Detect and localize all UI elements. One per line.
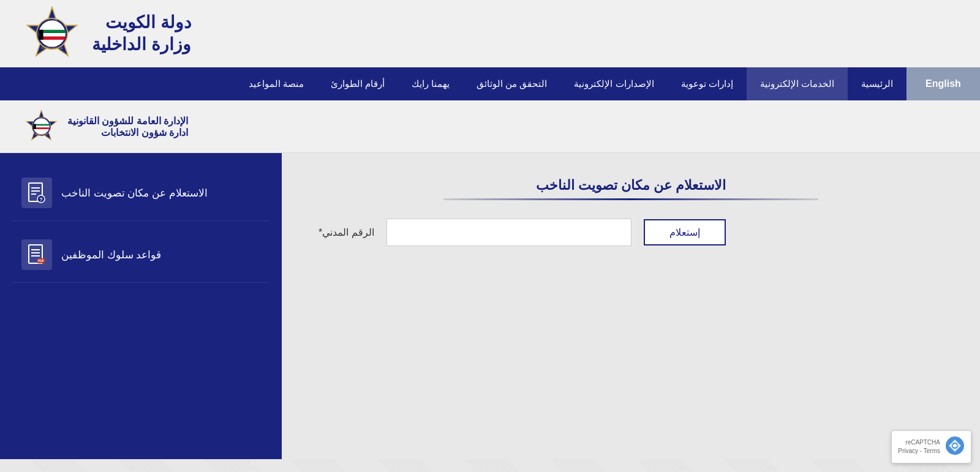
civil-id-input[interactable]: [386, 219, 631, 246]
section-badge: KUWAIT POLICE: [24, 110, 58, 143]
section-title-line1: الإدارة العامة للشؤون القانونية: [67, 115, 188, 127]
recaptcha-sub-text: Privacy - Terms: [898, 447, 940, 455]
section-title-line2: ادارة شؤون الانتخابات: [67, 127, 188, 138]
sidebar-item-voter-inquiry-label: الاستعلام عن مكان تصويت الناخب: [61, 187, 208, 200]
sidebar-panel: الاستعلام عن مكان تصويت الناخب ? قواعد س…: [0, 153, 282, 459]
civil-id-label: الرقم المدني*: [318, 227, 374, 238]
submit-button[interactable]: إستعلام: [644, 219, 726, 245]
header-content: دولة الكويت وزارة الداخلية KUWAIT POLICE: [24, 6, 191, 61]
sidebar-item-voter-inquiry[interactable]: الاستعلام عن مكان تصويت الناخب ?: [12, 165, 270, 221]
svg-text:?: ?: [39, 197, 43, 203]
police-badge-logo: KUWAIT POLICE الكويت: [24, 6, 80, 61]
header-title-line2: وزارة الداخلية: [92, 34, 191, 56]
nav-item-checkdocs[interactable]: التحقق من الوثائق: [463, 67, 560, 100]
section-header-content: الإدارة العامة للشؤون القانونية ادارة شؤ…: [24, 110, 188, 143]
nav-item-eservices[interactable]: الخدمات الإلكترونية: [747, 67, 848, 100]
recaptcha-text-block: reCAPTCHA Privacy - Terms: [898, 438, 940, 455]
svg-text:KUWAIT POLICE: KUWAIT POLICE: [35, 133, 48, 136]
nav-item-awareness[interactable]: إدارات توعوية: [668, 67, 747, 100]
header-title: دولة الكويت وزارة الداخلية: [92, 12, 191, 56]
sidebar-item-employee-conduct[interactable]: قواعد سلوك الموظفين PDF: [12, 227, 270, 283]
site-header: دولة الكويت وزارة الداخلية KUWAIT POLICE: [0, 0, 980, 67]
nav-item-eissues[interactable]: الإصدارات الإلكترونية: [560, 67, 667, 100]
nav-item-home[interactable]: الرئيسية: [848, 67, 907, 100]
sidebar-item-employee-conduct-label: قواعد سلوك الموظفين: [61, 249, 161, 261]
form-title: الاستعلام عن مكان تصويت الناخب: [318, 178, 943, 193]
svg-marker-15: [33, 124, 36, 129]
form-divider: [443, 198, 818, 200]
form-panel: الاستعلام عن مكان تصويت الناخب إستعلام ا…: [282, 153, 980, 459]
civil-id-row: إستعلام الرقم المدني*: [318, 219, 943, 246]
svg-text:KUWAIT POLICE: KUWAIT POLICE: [41, 47, 62, 50]
svg-marker-6: [39, 30, 43, 40]
svg-text:PDF: PDF: [38, 259, 44, 263]
question-document-icon: ?: [21, 178, 52, 208]
nav-items-container: الرئيسية الخدمات الإلكترونية إدارات توعو…: [0, 67, 907, 100]
recaptcha-badge: reCAPTCHA Privacy - Terms: [891, 430, 971, 463]
pdf-document-icon: PDF: [21, 239, 52, 270]
recaptcha-logo: [945, 436, 965, 458]
header-title-line1: دولة الكويت: [92, 12, 191, 34]
nav-item-concerns[interactable]: يهمنا رايك: [398, 67, 463, 100]
main-navbar: English الرئيسية الخدمات الإلكترونية إدا…: [0, 67, 980, 100]
section-header: الإدارة العامة للشؤون القانونية ادارة شؤ…: [0, 100, 980, 153]
english-language-button[interactable]: English: [907, 67, 980, 100]
recaptcha-main-text: reCAPTCHA: [898, 438, 940, 447]
section-title: الإدارة العامة للشؤون القانونية ادارة شؤ…: [67, 115, 188, 138]
nav-item-appointments[interactable]: منصة المواعيد: [235, 67, 317, 100]
main-content: الاستعلام عن مكان تصويت الناخب إستعلام ا…: [0, 153, 980, 459]
nav-item-emergency[interactable]: أرقام الطوارئ: [317, 67, 398, 100]
